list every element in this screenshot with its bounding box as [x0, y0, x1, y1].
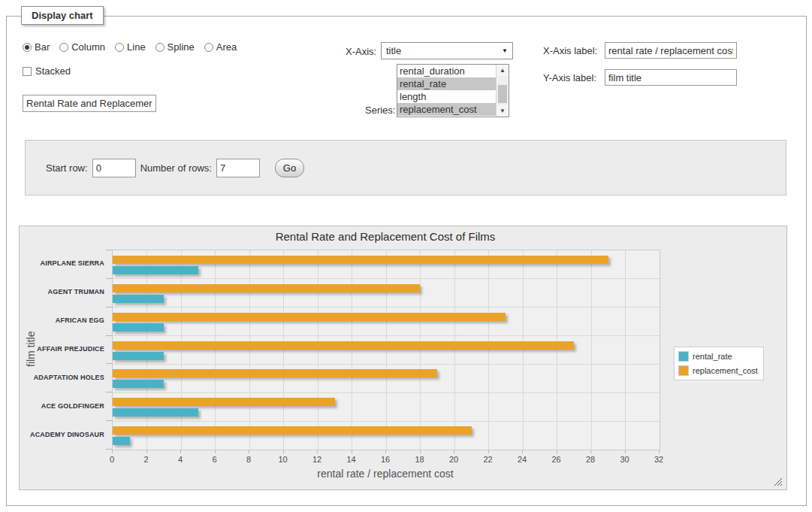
gridline-horizontal [113, 421, 660, 422]
chart-title-input[interactable] [23, 95, 156, 112]
chart-type-option-area[interactable]: Area [204, 41, 237, 53]
scroll-down-icon[interactable]: ▼ [497, 105, 509, 117]
y-axis-tick [106, 250, 112, 250]
category-label: AGENT TRUMAN [20, 288, 104, 296]
y-axis-tick [106, 392, 112, 392]
radio-icon[interactable] [59, 43, 68, 52]
row-range-panel: Start row: Number of rows: Go [25, 140, 786, 195]
radio-icon[interactable] [115, 43, 124, 52]
x-axis-tick-label: 2 [134, 455, 159, 464]
radio-icon[interactable] [155, 43, 165, 52]
series-option-rental_duration[interactable]: rental_duration [397, 65, 496, 77]
chart-type-option-label: Column [71, 41, 105, 53]
number-of-rows-input[interactable] [216, 159, 260, 177]
x-axis-tick [352, 450, 352, 453]
bar-replacement_cost [113, 341, 574, 350]
bar-rental_rate [113, 266, 198, 274]
x-axis-tick [317, 450, 318, 453]
x-axis-tick [522, 450, 523, 453]
stacked-checkbox-row[interactable]: Stacked [23, 65, 71, 77]
gridline-horizontal [113, 278, 660, 279]
x-axis-tick [557, 450, 557, 453]
x-axis-tick [249, 450, 249, 453]
gridline-vertical [386, 250, 387, 450]
x-axis-label-input[interactable] [605, 42, 737, 59]
legend-item-rental_rate: rental_rate [678, 351, 758, 362]
gridline-vertical [181, 250, 182, 450]
scroll-up-icon[interactable]: ▲ [497, 65, 509, 76]
y-axis-tick [106, 335, 112, 336]
gridline-vertical [454, 250, 455, 450]
x-axis-tick [180, 450, 181, 453]
gridline-horizontal [113, 335, 660, 336]
resize-handle-icon[interactable] [774, 477, 783, 486]
chart-container: Rental Rate and Replacement Cost of Film… [19, 226, 787, 490]
x-axis-tick [625, 450, 626, 453]
radio-icon[interactable] [204, 43, 213, 52]
chart-legend: rental_ratereplacement_cost [674, 347, 764, 380]
bar-replacement_cost [113, 256, 608, 264]
x-axis-select[interactable]: title ▼ [381, 42, 513, 59]
gridline-vertical [557, 250, 557, 450]
x-axis-tick-label: 0 [99, 455, 125, 464]
chart-type-option-column[interactable]: Column [59, 41, 105, 53]
gridline-vertical [249, 250, 250, 450]
x-axis-tick-label: 18 [407, 455, 433, 464]
x-axis-title: rental rate / replacement cost [112, 468, 659, 480]
bar-rental_rate [113, 408, 198, 417]
gridline-vertical [215, 250, 216, 450]
x-axis-tick-label: 30 [612, 455, 638, 464]
chart-type-option-spline[interactable]: Spline [155, 41, 195, 53]
scrollbar-thumb[interactable] [498, 85, 507, 103]
x-axis-tick-label: 6 [202, 455, 228, 464]
x-axis-tick-label: 26 [544, 455, 569, 464]
go-button[interactable]: Go [275, 159, 304, 177]
category-label: AIRPLANE SIERRA [20, 259, 104, 268]
bar-replacement_cost [113, 369, 437, 377]
gridline-vertical [283, 250, 284, 450]
chart-type-option-label: Line [127, 41, 146, 53]
legend-item-replacement_cost: replacement_cost [678, 365, 758, 376]
bar-replacement_cost [113, 284, 420, 292]
x-axis-tick [385, 450, 386, 453]
category-label: ACADEMY DINOSAUR [20, 431, 104, 439]
x-axis-tick [112, 450, 113, 453]
number-of-rows-label: Number of rows: [140, 162, 212, 174]
x-axis-tick [454, 450, 454, 453]
series-scrollbar[interactable]: ▲ ▼ [496, 65, 509, 117]
bar-rental_rate [113, 380, 164, 388]
gridline-horizontal [113, 392, 660, 393]
start-row-input[interactable] [92, 159, 136, 177]
legend-swatch-icon [678, 365, 689, 376]
y-axis-tick [106, 278, 112, 279]
bar-replacement_cost [113, 398, 335, 406]
radio-icon[interactable] [23, 43, 32, 52]
x-axis-tick-label: 14 [339, 455, 364, 464]
chart-type-option-label: Spline [168, 41, 195, 53]
x-axis-selected-value: title [386, 45, 401, 56]
x-axis-tick-label: 28 [578, 455, 603, 464]
bar-replacement_cost [113, 426, 472, 435]
y-axis-label-input[interactable] [605, 69, 737, 86]
legend-label: rental_rate [693, 352, 732, 361]
bar-rental_rate [113, 437, 130, 445]
category-label: ACE GOLDFINGER [20, 402, 104, 411]
bar-rental_rate [113, 295, 164, 303]
gridline-vertical [318, 250, 318, 450]
series-listbox[interactable]: rental_durationrental_ratelengthreplacem… [397, 64, 509, 117]
gridline-horizontal [113, 307, 660, 308]
series-option-length[interactable]: length [397, 90, 496, 103]
series-option-rental_rate[interactable]: rental_rate [397, 77, 496, 90]
chart-type-option-label: Bar [35, 41, 50, 53]
scrollbar-track[interactable] [497, 76, 509, 105]
stacked-checkbox[interactable] [23, 67, 32, 76]
x-axis-tick-label: 32 [646, 455, 672, 464]
series-option-replacement_cost[interactable]: replacement_cost [397, 103, 496, 116]
y-axis-tick [106, 363, 112, 364]
gridline-vertical [146, 250, 147, 450]
bar-rental_rate [113, 323, 164, 332]
chart-type-option-bar[interactable]: Bar [23, 41, 50, 53]
category-label: AFFAIR PREJUDICE [20, 345, 104, 353]
gridline-vertical [523, 250, 524, 450]
chart-type-option-line[interactable]: Line [115, 41, 146, 53]
